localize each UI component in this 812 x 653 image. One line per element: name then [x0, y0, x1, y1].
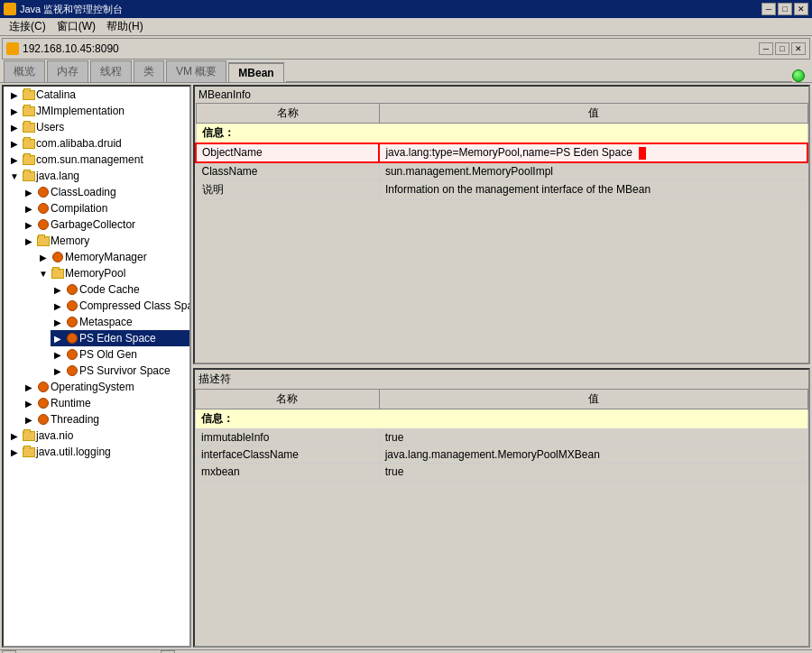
scroll-left-button[interactable]: ◄ — [2, 650, 16, 654]
tab-mbean[interactable]: MBean — [228, 62, 283, 82]
mbean-survivor — [65, 363, 79, 378]
tree-item-java-lang[interactable]: ▼ java.lang — [7, 168, 189, 184]
tree-item-compressedcls[interactable]: ▶ Compressed Class Spa — [51, 298, 189, 314]
toggle-oldgen[interactable]: ▶ — [51, 347, 65, 362]
mbean-info-title: MBeanInfo — [195, 87, 808, 103]
folder-java-logging — [22, 445, 36, 459]
java-icon — [4, 3, 16, 15]
label-jmimpl: JMImplementation — [36, 105, 125, 117]
folder-java-lang — [22, 169, 36, 183]
tree-item-metaspace[interactable]: ▶ Metaspace — [51, 314, 189, 330]
toggle-compilation[interactable]: ▶ — [22, 201, 36, 216]
tree-item-users[interactable]: ▶ Users — [7, 119, 189, 135]
toggle-runtime[interactable]: ▶ — [22, 396, 36, 410]
descriptor-table-scroll[interactable]: 名称 值 信息： immutableInfo true in — [195, 389, 808, 646]
toggle-survivor[interactable]: ▶ — [51, 363, 65, 378]
label-metaspace: Metaspace — [79, 316, 133, 328]
tree-item-java-logging[interactable]: ▶ java.util.logging — [7, 444, 189, 460]
tree-item-jmimpl[interactable]: ▶ JMImplementation — [7, 103, 189, 119]
toggle-memorypool[interactable]: ▼ — [36, 266, 51, 281]
toggle-java-logging[interactable]: ▶ — [7, 445, 22, 459]
folder-memory — [36, 234, 51, 248]
tree-item-threading[interactable]: ▶ Threading — [22, 411, 189, 428]
tab-overview[interactable]: 概览 — [4, 60, 45, 82]
tab-thread[interactable]: 线程 — [90, 60, 132, 82]
tree-item-edenspace[interactable]: ▶ PS Eden Space — [51, 330, 189, 346]
toggle-operatingsys[interactable]: ▶ — [22, 380, 36, 394]
toggle-metaspace[interactable]: ▶ — [51, 315, 65, 329]
mbean-info-objectname-value: java.lang:type=MemoryPool,name=PS Eden S… — [379, 143, 807, 162]
mbean-info-col-value: 值 — [379, 104, 807, 124]
tree-item-gc[interactable]: ▶ GarbageCollector — [22, 216, 189, 233]
window-title: Java 监视和管理控制台 — [20, 3, 123, 16]
toggle-alibaba[interactable]: ▶ — [7, 136, 22, 151]
conn-minimize[interactable]: ─ — [759, 42, 773, 55]
tree-item-operatingsys[interactable]: ▶ OperatingSystem — [22, 379, 189, 395]
connection-icon — [6, 42, 19, 55]
mbean-gc — [36, 217, 51, 232]
toggle-sun[interactable]: ▶ — [7, 152, 22, 167]
tree-item-compilation[interactable]: ▶ Compilation — [22, 200, 189, 216]
label-alibaba: com.alibaba.druid — [36, 137, 122, 150]
toggle-edenspace[interactable]: ▶ — [51, 331, 65, 345]
menu-connect[interactable]: 连接(C) — [4, 17, 51, 36]
tree-item-codecache[interactable]: ▶ Code Cache — [51, 281, 189, 298]
menu-help[interactable]: 帮助(H) — [101, 17, 149, 36]
tree-item-memorypool[interactable]: ▼ MemoryPool — [36, 265, 189, 281]
toggle-memorymgr[interactable]: ▶ — [36, 250, 51, 264]
folder-memorypool — [51, 266, 65, 281]
minimize-button[interactable]: ─ — [761, 3, 776, 15]
scroll-right-button[interactable]: ► — [161, 650, 175, 654]
tree-item-oldgen[interactable]: ▶ PS Old Gen — [51, 346, 189, 363]
tree-item-classloading[interactable]: ▶ ClassLoading — [22, 184, 189, 200]
toggle-users[interactable]: ▶ — [7, 120, 22, 134]
descriptor-row-interface[interactable]: interfaceClassName java.lang.management.… — [196, 446, 808, 464]
tree-item-alibaba[interactable]: ▶ com.alibaba.druid — [7, 135, 189, 152]
mbean-info-row-classname[interactable]: ClassName sun.management.MemoryPoolImpl — [196, 162, 807, 180]
toggle-compressedcls[interactable]: ▶ — [51, 299, 65, 313]
descriptor-col-name: 名称 — [196, 390, 380, 409]
toggle-java-lang[interactable]: ▼ — [7, 169, 22, 183]
close-button[interactable]: ✕ — [794, 3, 808, 15]
descriptor-row-mxbean[interactable]: mxbean true — [196, 464, 808, 481]
tab-memory[interactable]: 内存 — [47, 60, 88, 82]
maximize-button[interactable]: □ — [778, 3, 792, 15]
tree-item-sun[interactable]: ▶ com.sun.management — [7, 152, 189, 168]
descriptor-row-immutable[interactable]: immutableInfo true — [196, 429, 808, 446]
mbean-info-row-objectname[interactable]: ObjectName java.lang:type=MemoryPool,nam… — [196, 143, 807, 162]
label-edenspace: PS Eden Space — [79, 332, 156, 345]
toggle-catalina[interactable]: ▶ — [7, 87, 22, 102]
tab-spacer — [286, 81, 792, 82]
tree-item-survivor[interactable]: ▶ PS Survivor Space — [51, 363, 189, 379]
folder-users — [22, 120, 36, 134]
tree-item-java-nio[interactable]: ▶ java.nio — [7, 428, 189, 444]
toggle-gc[interactable]: ▶ — [22, 217, 36, 232]
toggle-classloading[interactable]: ▶ — [22, 185, 36, 199]
descriptor-immutable-key: immutableInfo — [196, 429, 380, 446]
toggle-memory[interactable]: ▶ — [22, 234, 36, 248]
tree-item-memory[interactable]: ▶ Memory — [22, 233, 189, 249]
mbean-oldgen — [65, 347, 79, 362]
tree-item-memorymgr[interactable]: ▶ MemoryManager — [36, 249, 189, 265]
toggle-java-nio[interactable]: ▶ — [7, 428, 22, 443]
toggle-codecache[interactable]: ▶ — [51, 282, 65, 297]
toggle-threading[interactable]: ▶ — [22, 412, 36, 427]
folder-java-nio — [22, 428, 36, 443]
connection-title: 192.168.10.45:8090 — [6, 42, 119, 55]
conn-close[interactable]: ✕ — [791, 42, 806, 55]
label-compilation: Compilation — [51, 202, 107, 215]
toggle-jmimpl[interactable]: ▶ — [7, 104, 22, 118]
menu-window[interactable]: 窗口(W) — [51, 17, 101, 36]
mbean-edenspace — [65, 331, 79, 345]
tab-vm[interactable]: VM 概要 — [166, 60, 226, 82]
mbean-info-header-row: 信息： — [196, 124, 807, 144]
mbean-compilation — [36, 201, 51, 216]
folder-alibaba — [22, 136, 36, 151]
conn-restore[interactable]: □ — [775, 42, 789, 55]
mbean-info-row-desc[interactable]: 说明 Information on the management interfa… — [196, 179, 807, 199]
label-compressedcls: Compressed Class Spa — [79, 299, 191, 312]
tree-item-runtime[interactable]: ▶ Runtime — [22, 395, 189, 411]
tab-class[interactable]: 类 — [134, 60, 164, 82]
tree-item-catalina[interactable]: ▶ Catalina — [7, 87, 189, 103]
mbean-info-table-scroll[interactable]: 名称 值 信息： ObjectName java.lang:type=Memor… — [195, 103, 808, 363]
